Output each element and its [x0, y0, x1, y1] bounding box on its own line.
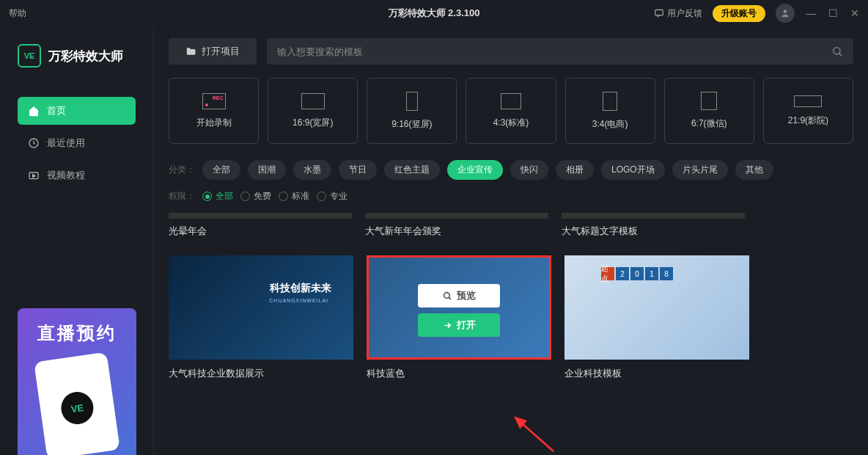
- window-title: 万彩特效大师 2.3.100: [389, 7, 480, 20]
- thumb-year: 起点 2018: [601, 267, 673, 280]
- permission-row: 权限： 全部 免费 标准 专业: [169, 190, 853, 203]
- logo-text: 万彩特效大师: [48, 48, 123, 65]
- ratio-icon: [301, 93, 325, 109]
- tile-9-16[interactable]: 9:16(竖屏): [367, 78, 457, 144]
- upgrade-button[interactable]: 升级账号: [713, 5, 765, 22]
- content-area: 打开项目 开始录制 16:9(宽屏) 9:16(竖屏) 4:3(标准) 3:4(…: [154, 26, 868, 455]
- cat-logo[interactable]: LOGO开场: [601, 160, 665, 180]
- search-box: [267, 38, 853, 65]
- permission-label: 权限：: [169, 190, 195, 203]
- search-icon: [443, 291, 452, 301]
- template-row-1: 光晕年会 大气新年年会颁奖 大气标题文字模板: [169, 213, 853, 238]
- thumb-subtext: CHUANGXINWEILAI: [269, 298, 328, 303]
- promo-banner[interactable]: 直播预约 VE: [18, 308, 136, 455]
- template-card-hovered[interactable]: 预览 打开 科技蓝色: [367, 255, 551, 380]
- cat-flash[interactable]: 快闪: [510, 160, 548, 180]
- promo-title: 直播预约: [37, 321, 117, 345]
- category-label: 分类：: [169, 164, 195, 176]
- tile-6-7[interactable]: 6:7(微信): [664, 78, 754, 144]
- open-project-button[interactable]: 打开项目: [169, 38, 257, 65]
- tile-16-9[interactable]: 16:9(宽屏): [268, 78, 358, 144]
- template-item[interactable]: 大气新年年会颁奖: [365, 213, 548, 238]
- perm-all[interactable]: 全部: [202, 190, 233, 203]
- cat-intro[interactable]: 片头片尾: [672, 160, 728, 180]
- cat-all[interactable]: 全部: [202, 160, 240, 180]
- search-input[interactable]: [277, 46, 831, 57]
- cat-guochao[interactable]: 国潮: [248, 160, 286, 180]
- template-title: 大气科技企业数据展示: [169, 367, 353, 380]
- cat-festival[interactable]: 节日: [339, 160, 377, 180]
- chat-icon: [654, 8, 664, 18]
- feedback-link[interactable]: 用户反馈: [654, 7, 702, 20]
- tile-21-9[interactable]: 21:9(影院): [763, 78, 853, 144]
- ratio-icon: [406, 92, 418, 111]
- template-card[interactable]: 科技创新未来 CHUANGXINWEILAI 大气科技企业数据展示: [169, 255, 353, 380]
- maximize-button[interactable]: ☐: [827, 7, 839, 19]
- template-item[interactable]: 大气标题文字模板: [562, 213, 745, 238]
- nav-tutorial[interactable]: 视频教程: [18, 161, 136, 189]
- logo-badge: VE: [18, 44, 41, 68]
- template-thumb: 科技创新未来 CHUANGXINWEILAI: [169, 255, 353, 360]
- tile-3-4[interactable]: 3:4(电商): [565, 78, 655, 144]
- perm-standard[interactable]: 标准: [279, 190, 309, 203]
- folder-icon: [185, 46, 196, 57]
- clock-icon: [28, 137, 40, 149]
- help-menu[interactable]: 帮助: [9, 7, 26, 20]
- category-row: 分类： 全部 国潮 水墨 节日 红色主题 企业宣传 快闪 相册 LOGO开场 片…: [169, 160, 853, 180]
- cat-ink[interactable]: 水墨: [293, 160, 331, 180]
- cat-album[interactable]: 相册: [556, 160, 594, 180]
- preview-button[interactable]: 预览: [418, 284, 500, 307]
- template-card[interactable]: 起点 2018 企业科技模板: [564, 255, 749, 380]
- user-avatar[interactable]: [776, 4, 795, 23]
- aspect-tiles: 开始录制 16:9(宽屏) 9:16(竖屏) 4:3(标准) 3:4(电商) 6…: [169, 78, 853, 144]
- cat-other[interactable]: 其他: [735, 160, 773, 180]
- ratio-icon: [501, 93, 521, 109]
- template-title: 企业科技模板: [564, 367, 749, 380]
- open-button[interactable]: 打开: [418, 313, 500, 337]
- cat-red[interactable]: 红色主题: [384, 160, 440, 180]
- perm-free[interactable]: 免费: [240, 190, 271, 203]
- svg-line-6: [515, 418, 553, 451]
- template-row-2: 科技创新未来 CHUANGXINWEILAI 大气科技企业数据展示 预览 打开: [169, 255, 853, 380]
- close-button[interactable]: ✕: [849, 7, 861, 19]
- svg-rect-0: [655, 10, 663, 15]
- arrow-icon: [443, 321, 452, 330]
- ratio-icon: [701, 92, 717, 110]
- home-icon: [28, 105, 40, 117]
- annotation-arrow: [510, 415, 553, 451]
- minimize-button[interactable]: —: [805, 7, 817, 19]
- search-icon[interactable]: [831, 46, 843, 57]
- template-thumb: 起点 2018: [564, 255, 749, 360]
- svg-point-1: [784, 10, 787, 13]
- svg-point-4: [834, 48, 840, 54]
- perm-pro[interactable]: 专业: [317, 190, 347, 203]
- thumb-text: 科技创新未来: [270, 282, 331, 295]
- ratio-icon: [794, 95, 822, 107]
- nav-recent[interactable]: 最近使用: [18, 129, 136, 157]
- tile-record[interactable]: 开始录制: [169, 78, 259, 144]
- user-icon: [780, 8, 790, 18]
- promo-phone-graphic: VE: [34, 352, 120, 455]
- template-thumb: 预览 打开: [367, 255, 551, 360]
- tile-4-3[interactable]: 4:3(标准): [466, 78, 556, 144]
- record-icon: [202, 93, 226, 109]
- template-title: 科技蓝色: [367, 367, 551, 380]
- svg-point-5: [444, 292, 449, 298]
- template-item[interactable]: 光晕年会: [169, 213, 352, 238]
- ratio-icon: [603, 92, 617, 111]
- app-logo: VE 万彩特效大师: [18, 44, 136, 68]
- sidebar: VE 万彩特效大师 首页 最近使用 视频教程 直播预约 VE: [0, 26, 154, 455]
- promo-badge: VE: [59, 390, 96, 426]
- video-icon: [28, 170, 40, 181]
- cat-corporate[interactable]: 企业宣传: [447, 160, 503, 180]
- nav-home[interactable]: 首页: [18, 97, 136, 125]
